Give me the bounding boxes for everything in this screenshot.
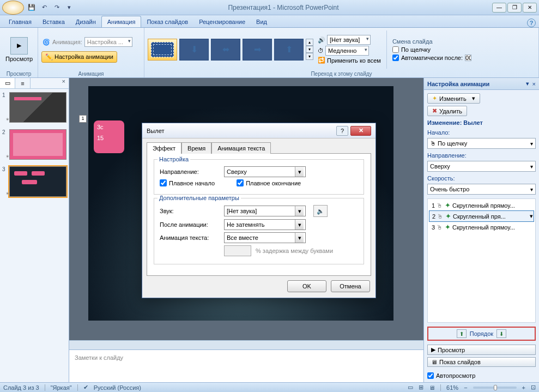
transition-sound-combo[interactable]: [Нет звука] — [327, 35, 371, 45]
undo-icon[interactable]: ↶ — [39, 2, 50, 13]
letter-delay-label: % задержка между буквами — [256, 248, 333, 254]
dialog-tab-text[interactable]: Анимация текста — [211, 142, 271, 154]
window-title: Презентация1 - Microsoft PowerPoint — [75, 4, 492, 11]
play-button[interactable]: ▶Просмотр — [427, 345, 536, 355]
auto-after-time[interactable] — [465, 55, 471, 61]
theme-name: "Яркая" — [51, 384, 72, 391]
qat-dropdown-icon[interactable]: ▾ — [64, 2, 75, 13]
close-button[interactable]: ✕ — [523, 3, 537, 13]
mouse-icon: 🖱 — [437, 224, 443, 231]
ok-button[interactable]: OK — [287, 280, 326, 292]
apply-to-all-button[interactable]: 🔁Применить ко всем — [318, 57, 381, 64]
dialog-titlebar[interactable]: Вылет ? ✕ — [142, 123, 376, 138]
dialog-tabs: Эффект Время Анимация текста — [142, 138, 376, 153]
thumbnails-tab-slides[interactable]: ▭ — [0, 78, 15, 88]
zoom-in-button[interactable]: + — [522, 384, 525, 391]
restore-button[interactable]: ❐ — [507, 3, 522, 13]
transition-thumb[interactable]: ➡ — [243, 39, 272, 61]
zoom-out-button[interactable]: − — [464, 384, 467, 391]
smooth-start-checkbox[interactable]: Плавное начало — [160, 179, 215, 186]
speed-label: Скорость: — [427, 175, 536, 182]
start-combo[interactable]: 🖱 По щелчку — [427, 138, 536, 149]
animation-list-item[interactable]: 1🖱✦Скругленный прямоу... — [429, 200, 534, 210]
tab-design[interactable]: Дизайн — [70, 16, 101, 27]
item-dropdown-icon[interactable]: ▾ — [530, 213, 533, 220]
preview-button[interactable]: ▶ Просмотр — [3, 36, 35, 63]
save-icon[interactable]: 💾 — [26, 2, 37, 13]
cancel-button[interactable]: Отмена — [331, 280, 370, 292]
zoom-level[interactable]: 61% — [446, 384, 458, 391]
preview-icon: ▶ — [10, 37, 28, 55]
spellcheck-icon[interactable]: ✔ — [83, 384, 88, 391]
slide-thumbnail[interactable]: 3 ✶ — [2, 166, 66, 197]
sound-volume-button[interactable]: 🔈 — [313, 205, 328, 217]
zoom-slider[interactable] — [473, 387, 517, 389]
notes-pane[interactable]: Заметки к слайду — [69, 349, 423, 382]
thumbnails-close[interactable]: × — [59, 78, 69, 88]
move-up-button[interactable]: ⬆ — [457, 329, 467, 338]
transition-gallery-scroll[interactable]: ▴▾▾ — [306, 39, 313, 60]
dialog-close-button[interactable]: ✕ — [350, 126, 371, 136]
tab-view[interactable]: Вид — [251, 16, 272, 27]
tab-home[interactable]: Главная — [3, 16, 37, 27]
minimize-button[interactable]: — — [492, 3, 506, 13]
custom-animation-pane: Настройка анимации ▾ × ✦Изменить ▾ ✖Удал… — [423, 78, 539, 382]
group-animation-label: Анимация — [41, 70, 141, 77]
auto-after-checkbox[interactable]: Автоматически после: — [392, 55, 471, 61]
transition-none[interactable] — [148, 39, 177, 61]
mouse-icon: 🖱 — [437, 202, 443, 209]
redo-icon[interactable]: ↷ — [51, 2, 62, 13]
direction-combo[interactable]: Сверху — [427, 161, 536, 172]
speed-combo[interactable]: Очень быстро — [427, 184, 536, 195]
change-effect-button[interactable]: ✦Изменить ▾ — [427, 93, 480, 104]
help-icon[interactable]: ? — [527, 19, 536, 27]
preview-label: Просмотр — [5, 56, 33, 62]
settings-legend: Настройка — [158, 156, 190, 162]
dialog-help-button[interactable]: ? — [336, 126, 348, 136]
transition-thumb[interactable]: ⬌ — [211, 39, 240, 61]
after-anim-combo[interactable]: Не затемнять — [224, 219, 306, 230]
tab-slideshow[interactable]: Показ слайдов — [141, 16, 193, 27]
fit-to-window-button[interactable]: ⊡ — [531, 384, 536, 391]
animation-list-item[interactable]: 3🖱✦Скругленный прямоу... — [429, 222, 534, 232]
move-down-button[interactable]: ⬇ — [496, 329, 506, 338]
view-slideshow-icon[interactable]: 🖥 — [429, 384, 435, 391]
slide-thumbnail[interactable]: 2 ✶ — [2, 129, 66, 160]
slideshow-button[interactable]: 🖥Показ слайдов — [427, 357, 536, 367]
transition-thumb[interactable]: ⬇ — [179, 39, 209, 61]
direction-combo[interactable]: Сверху — [224, 166, 306, 177]
dialog-tab-timing[interactable]: Время — [181, 142, 211, 154]
start-label: Начало: — [427, 129, 536, 136]
thumbnails-tab-outline[interactable]: ≡ — [15, 78, 31, 88]
smooth-end-checkbox[interactable]: Плавное окончание — [237, 179, 301, 186]
language-label[interactable]: Русский (Россия) — [94, 384, 141, 391]
on-click-checkbox[interactable]: По щелчку — [392, 46, 471, 53]
view-normal-icon[interactable]: ▭ — [408, 384, 413, 391]
autopreview-checkbox[interactable]: Автопросмотр — [427, 372, 536, 379]
tab-animation[interactable]: Анимация — [101, 16, 142, 27]
delete-icon: ✖ — [432, 107, 437, 114]
animation-tag[interactable]: 1 — [79, 115, 87, 123]
pane-dropdown-icon[interactable]: ▾ — [526, 80, 529, 87]
star-icon: ✦ — [432, 95, 437, 102]
slide-thumbnail[interactable]: 1 ✶ — [2, 92, 66, 123]
custom-animation-button[interactable]: ✏️ Настройка анимации — [41, 51, 117, 63]
animation-combo[interactable]: Настройка ... — [84, 37, 132, 47]
view-sorter-icon[interactable]: ⊞ — [419, 384, 423, 391]
effect-icon: ✦ — [445, 212, 451, 220]
tab-review[interactable]: Рецензирование — [193, 16, 251, 27]
transition-speed-combo[interactable]: Медленно — [325, 46, 369, 56]
tab-insert[interactable]: Вставка — [37, 16, 70, 27]
pink-shape[interactable]: 3с15 — [94, 120, 124, 153]
slide-counter: Слайд 3 из 3 — [3, 384, 39, 391]
transition-thumb[interactable]: ⬆ — [274, 39, 304, 61]
dialog-tab-effect[interactable]: Эффект — [147, 142, 181, 154]
animation-list-item[interactable]: 2🖱✦Скругленный пря...▾ — [429, 210, 534, 222]
remove-effect-button[interactable]: ✖Удалить — [427, 106, 467, 116]
office-button[interactable] — [2, 1, 24, 15]
sound-combo[interactable]: [Нет звука] — [224, 206, 306, 216]
pane-close-icon[interactable]: × — [532, 81, 536, 87]
animate-text-combo[interactable]: Все вместе — [224, 232, 306, 243]
horizontal-scrollbar[interactable] — [69, 340, 423, 349]
direction-label: Направление: — [427, 152, 536, 159]
